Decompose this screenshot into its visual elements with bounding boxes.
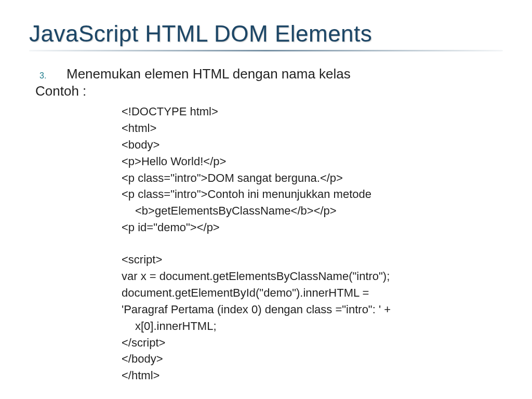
- code-line: <!DOCTYPE html>: [122, 103, 503, 120]
- code-block: <!DOCTYPE html> <html> <body> <p>Hello W…: [34, 99, 503, 384]
- slide-title: JavaScript HTML DOM Elements: [29, 21, 503, 47]
- code-line: <b>getElementsByClassName</b></p>: [122, 203, 503, 219]
- list-item: 3. Menemukan elemen HTML dengan nama kel…: [34, 66, 503, 82]
- blank-line: [122, 236, 503, 251]
- code-line: </script>: [122, 335, 503, 351]
- code-line: var x = document.getElementsByClassName(…: [122, 268, 503, 285]
- code-line: </html>: [122, 367, 503, 384]
- list-heading: Menemukan elemen HTML dengan nama kelas: [66, 66, 351, 82]
- code-line: <p>Hello World!</p>: [122, 153, 503, 170]
- code-line: <body>: [122, 137, 503, 153]
- code-line: <script>: [122, 251, 503, 268]
- code-line: <html>: [122, 120, 503, 137]
- code-line: <p id="demo"></p>: [122, 219, 503, 236]
- code-line: x[0].innerHTML;: [122, 318, 503, 335]
- code-line: <p class="intro">DOM sangat berguna.</p>: [122, 170, 503, 187]
- code-line: document.getElementById("demo").innerHTM…: [122, 285, 503, 301]
- code-line: <p class="intro">Contoh ini menunjukkan …: [122, 186, 503, 203]
- list-number: 3.: [34, 71, 66, 81]
- example-label: Contoh :: [34, 83, 503, 99]
- slide: JavaScript HTML DOM Elements 3. Menemuka…: [0, 0, 532, 399]
- code-line: 'Paragraf Pertama (index 0) dengan class…: [122, 301, 503, 318]
- code-line: </body>: [122, 351, 503, 367]
- slide-body: 3. Menemukan elemen HTML dengan nama kel…: [29, 51, 503, 384]
